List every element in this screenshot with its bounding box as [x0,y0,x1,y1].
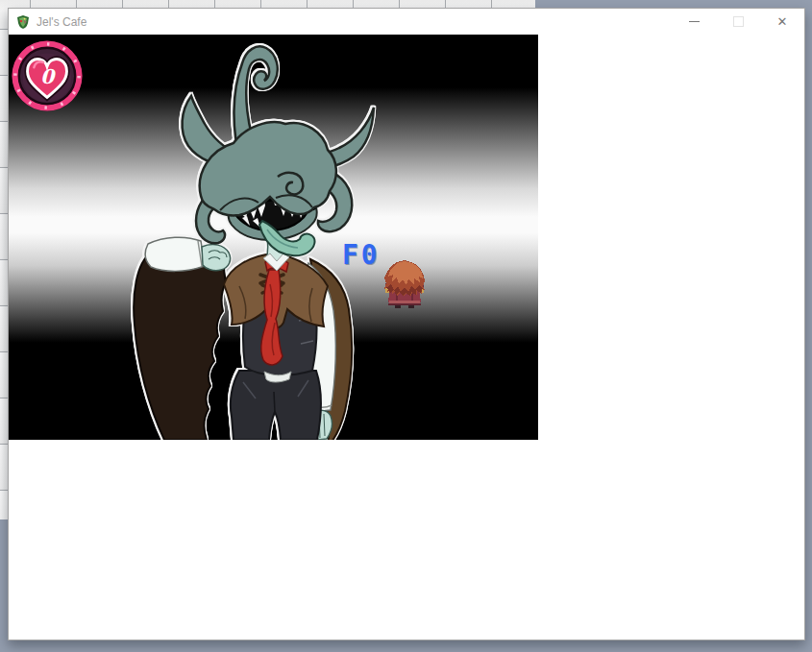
minimize-button[interactable] [672,9,716,35]
heart-counter-badge: 0 [11,39,84,112]
character-portrait [124,35,412,440]
close-button[interactable]: ✕ [760,9,804,35]
window-title: Jel's Cafe [37,15,672,29]
map-label: F0 [342,239,381,271]
app-icon [15,14,31,30]
window-controls: ✕ [672,9,804,35]
maximize-icon [733,16,744,27]
window-titlebar[interactable]: Jel's Cafe ✕ [9,9,804,35]
minimize-icon [689,21,700,22]
game-window: Jel's Cafe ✕ [8,8,805,640]
maximize-button[interactable] [716,9,760,35]
close-icon: ✕ [777,15,788,28]
player-sprite [382,260,427,310]
game-viewport[interactable]: 0 F0 [9,35,538,440]
